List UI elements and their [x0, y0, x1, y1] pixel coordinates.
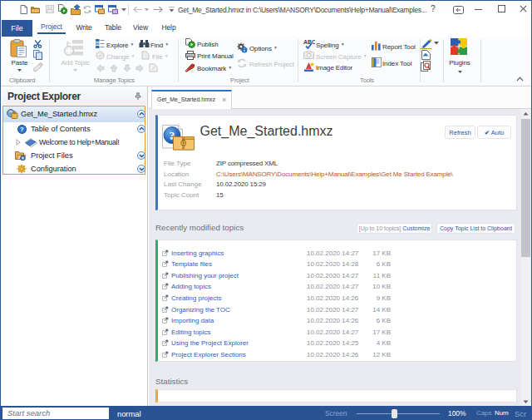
svg-text:ABC: ABC [303, 39, 315, 45]
svg-text:?: ? [20, 126, 24, 133]
